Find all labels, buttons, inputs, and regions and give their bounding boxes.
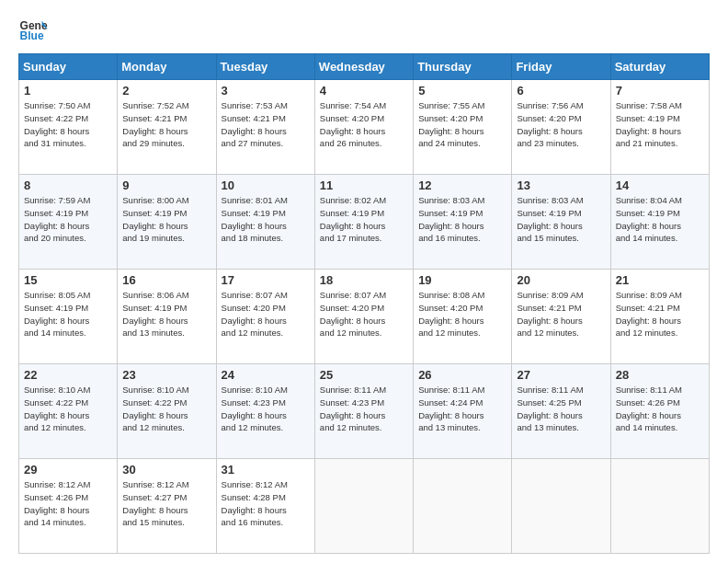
svg-text:Blue: Blue [20,29,44,42]
day-number: 13 [517,178,605,192]
day-cell: 14Sunrise: 8:04 AMSunset: 4:19 PMDayligh… [610,175,709,270]
day-info: Sunrise: 7:53 AMSunset: 4:21 PMDaylight:… [222,99,310,150]
day-info: Sunrise: 8:12 AMSunset: 4:27 PMDaylight:… [122,478,210,529]
header-day-sunday: Sunday [19,54,118,80]
day-info: Sunrise: 8:06 AMSunset: 4:19 PMDaylight:… [122,289,210,339]
day-number: 9 [122,178,210,192]
header-day-thursday: Thursday [414,54,512,80]
day-cell: 30Sunrise: 8:12 AMSunset: 4:27 PMDayligh… [118,459,216,554]
day-cell: 20Sunrise: 8:09 AMSunset: 4:21 PMDayligh… [512,270,610,364]
day-info: Sunrise: 8:11 AMSunset: 4:26 PMDaylight:… [616,384,704,434]
day-cell: 18Sunrise: 8:07 AMSunset: 4:20 PMDayligh… [314,270,413,364]
day-number: 25 [320,368,408,382]
day-number: 20 [517,273,605,287]
day-number: 29 [24,463,112,477]
day-info: Sunrise: 8:05 AMSunset: 4:19 PMDaylight:… [24,289,112,339]
day-info: Sunrise: 7:54 AMSunset: 4:20 PMDaylight:… [320,99,408,150]
day-number: 12 [418,178,506,192]
day-info: Sunrise: 8:10 AMSunset: 4:22 PMDaylight:… [24,384,112,434]
header-day-tuesday: Tuesday [216,54,314,80]
day-number: 18 [320,273,408,287]
day-number: 6 [517,84,605,98]
day-number: 11 [320,178,408,192]
header-day-saturday: Saturday [610,54,709,80]
day-info: Sunrise: 8:01 AMSunset: 4:19 PMDaylight:… [222,194,310,245]
week-row-2: 8Sunrise: 7:59 AMSunset: 4:19 PMDaylight… [19,175,710,270]
page: General Blue SundayMondayTuesdayWednesda… [0,0,728,563]
day-number: 26 [418,368,506,382]
day-info: Sunrise: 8:11 AMSunset: 4:23 PMDaylight:… [320,384,408,434]
day-cell: 7Sunrise: 7:58 AMSunset: 4:19 PMDaylight… [610,80,709,175]
day-cell: 22Sunrise: 8:10 AMSunset: 4:22 PMDayligh… [19,364,118,459]
day-cell: 27Sunrise: 8:11 AMSunset: 4:25 PMDayligh… [512,364,610,459]
day-info: Sunrise: 8:12 AMSunset: 4:26 PMDaylight:… [24,478,112,529]
day-cell: 15Sunrise: 8:05 AMSunset: 4:19 PMDayligh… [19,270,118,364]
day-info: Sunrise: 8:00 AMSunset: 4:19 PMDaylight:… [122,194,210,245]
logo-icon: General Blue [18,15,48,44]
day-info: Sunrise: 8:10 AMSunset: 4:23 PMDaylight:… [222,384,310,434]
day-cell: 16Sunrise: 8:06 AMSunset: 4:19 PMDayligh… [118,270,216,364]
day-number: 22 [24,368,112,382]
day-number: 3 [222,84,310,98]
day-cell: 26Sunrise: 8:11 AMSunset: 4:24 PMDayligh… [414,364,512,459]
day-cell: 3Sunrise: 7:53 AMSunset: 4:21 PMDaylight… [216,80,314,175]
day-number: 17 [222,273,310,287]
day-number: 21 [616,273,704,287]
day-info: Sunrise: 8:12 AMSunset: 4:28 PMDaylight:… [222,478,310,529]
day-cell: 28Sunrise: 8:11 AMSunset: 4:26 PMDayligh… [610,364,709,459]
day-number: 24 [222,368,310,382]
day-info: Sunrise: 8:10 AMSunset: 4:22 PMDaylight:… [122,384,210,434]
week-row-1: 1Sunrise: 7:50 AMSunset: 4:22 PMDaylight… [19,80,710,175]
week-row-5: 29Sunrise: 8:12 AMSunset: 4:26 PMDayligh… [19,459,710,554]
day-number: 15 [24,273,112,287]
day-cell [512,459,610,554]
day-info: Sunrise: 8:08 AMSunset: 4:20 PMDaylight:… [418,289,506,339]
day-number: 30 [122,463,210,477]
day-info: Sunrise: 8:02 AMSunset: 4:19 PMDaylight:… [320,194,408,245]
day-cell: 31Sunrise: 8:12 AMSunset: 4:28 PMDayligh… [216,459,314,554]
logo: General Blue [18,15,48,44]
day-cell: 1Sunrise: 7:50 AMSunset: 4:22 PMDaylight… [19,80,118,175]
day-info: Sunrise: 7:58 AMSunset: 4:19 PMDaylight:… [616,99,704,150]
day-number: 7 [616,84,704,98]
day-number: 10 [222,178,310,192]
day-number: 8 [24,178,112,192]
day-info: Sunrise: 8:07 AMSunset: 4:20 PMDaylight:… [320,289,408,339]
day-number: 31 [222,463,310,477]
header-day-wednesday: Wednesday [314,54,413,80]
day-info: Sunrise: 7:52 AMSunset: 4:21 PMDaylight:… [122,99,210,150]
day-cell: 25Sunrise: 8:11 AMSunset: 4:23 PMDayligh… [314,364,413,459]
day-info: Sunrise: 8:09 AMSunset: 4:21 PMDaylight:… [517,289,605,339]
day-number: 14 [616,178,704,192]
day-cell: 13Sunrise: 8:03 AMSunset: 4:19 PMDayligh… [512,175,610,270]
day-cell: 2Sunrise: 7:52 AMSunset: 4:21 PMDaylight… [118,80,216,175]
calendar-table: SundayMondayTuesdayWednesdayThursdayFrid… [18,53,710,554]
day-number: 1 [24,84,112,98]
day-cell: 29Sunrise: 8:12 AMSunset: 4:26 PMDayligh… [19,459,118,554]
day-info: Sunrise: 7:56 AMSunset: 4:20 PMDaylight:… [517,99,605,150]
day-info: Sunrise: 7:59 AMSunset: 4:19 PMDaylight:… [24,194,112,245]
day-cell: 17Sunrise: 8:07 AMSunset: 4:20 PMDayligh… [216,270,314,364]
day-number: 16 [122,273,210,287]
day-cell: 5Sunrise: 7:55 AMSunset: 4:20 PMDaylight… [414,80,512,175]
day-cell: 6Sunrise: 7:56 AMSunset: 4:20 PMDaylight… [512,80,610,175]
day-info: Sunrise: 7:55 AMSunset: 4:20 PMDaylight:… [418,99,506,150]
day-info: Sunrise: 8:04 AMSunset: 4:19 PMDaylight:… [616,194,704,245]
day-cell: 23Sunrise: 8:10 AMSunset: 4:22 PMDayligh… [118,364,216,459]
day-number: 4 [320,84,408,98]
day-cell [414,459,512,554]
day-info: Sunrise: 7:50 AMSunset: 4:22 PMDaylight:… [24,99,112,150]
day-number: 5 [418,84,506,98]
week-row-4: 22Sunrise: 8:10 AMSunset: 4:22 PMDayligh… [19,364,710,459]
header-day-friday: Friday [512,54,610,80]
day-cell: 11Sunrise: 8:02 AMSunset: 4:19 PMDayligh… [314,175,413,270]
day-cell: 8Sunrise: 7:59 AMSunset: 4:19 PMDaylight… [19,175,118,270]
day-number: 19 [418,273,506,287]
day-info: Sunrise: 8:07 AMSunset: 4:20 PMDaylight:… [222,289,310,339]
day-info: Sunrise: 8:11 AMSunset: 4:25 PMDaylight:… [517,384,605,434]
header: General Blue [18,15,710,44]
day-cell [610,459,709,554]
day-cell: 4Sunrise: 7:54 AMSunset: 4:20 PMDaylight… [314,80,413,175]
header-day-monday: Monday [118,54,216,80]
day-number: 23 [122,368,210,382]
